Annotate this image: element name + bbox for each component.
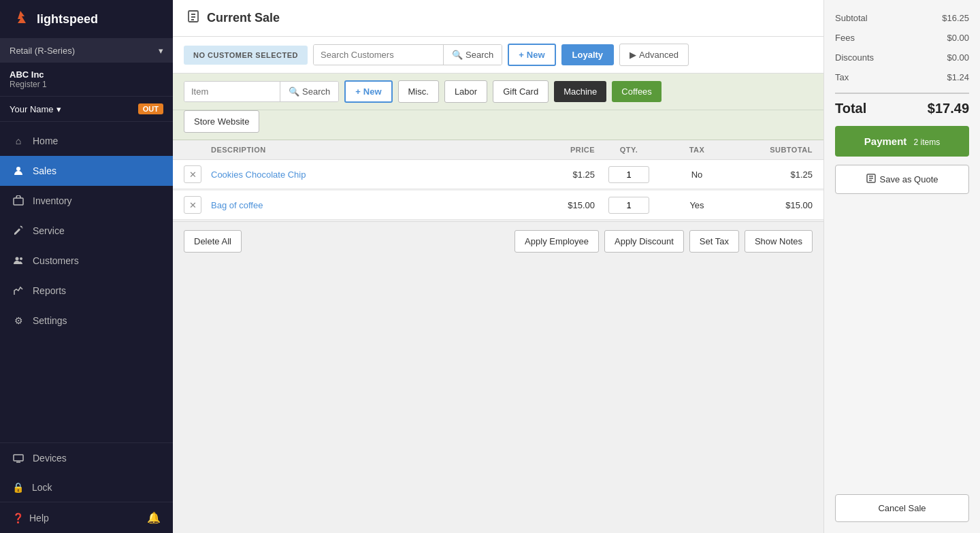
search-icon: 🔍 <box>289 86 299 97</box>
sidebar-item-settings[interactable]: ⚙ Settings <box>0 306 173 336</box>
sidebar-item-service-label: Service <box>33 225 65 236</box>
fees-label: Fees <box>835 33 855 43</box>
user-name[interactable]: Your Name ▾ <box>10 104 61 114</box>
item-search-button[interactable]: 🔍 Search <box>280 82 338 101</box>
customer-search-input[interactable] <box>314 45 443 65</box>
total-label: Total <box>835 101 866 116</box>
table-row: ✕ Cookies Chocolate Chip $1.25 No $1.25 <box>173 160 823 189</box>
misc-button[interactable]: Misc. <box>398 80 439 103</box>
user-arrow-icon: ▾ <box>56 104 61 114</box>
devices-icon <box>12 452 24 464</box>
main-content: Current Sale NO CUSTOMER SELECTED 🔍 Sear… <box>173 0 823 533</box>
page-title: Current Sale <box>207 11 280 25</box>
discounts-row: Discounts $0.00 <box>835 50 969 65</box>
lock-icon: 🔒 <box>12 482 24 493</box>
save-quote-label: Save as Quote <box>880 174 938 184</box>
row-2-description[interactable]: Bag of coffee <box>211 200 263 210</box>
row-1-tax: No <box>663 169 731 180</box>
sidebar-item-customers-label: Customers <box>33 255 79 266</box>
table-row: ✕ Bag of coffee $15.00 Yes $15.00 <box>173 191 823 220</box>
tax-label: Tax <box>835 72 849 82</box>
notification-bell-icon[interactable]: 🔔 <box>147 511 161 524</box>
gift-card-button[interactable]: Gift Card <box>493 80 549 103</box>
payment-label: Payment <box>864 135 907 147</box>
row-2-qty-input[interactable] <box>608 197 649 214</box>
sale-table-header: DESCRIPTION PRICE QTY. TAX SUBTOTAL <box>173 140 823 160</box>
subtotal-header: SUBTOTAL <box>731 146 813 154</box>
sidebar-item-inventory-label: Inventory <box>33 195 72 206</box>
lock-label: Lock <box>32 482 52 493</box>
row-2-subtotal: $15.00 <box>731 200 813 210</box>
customer-toolbar: NO CUSTOMER SELECTED 🔍 Search + New Loya… <box>173 37 823 74</box>
row-1-qty-input[interactable] <box>608 166 649 183</box>
sidebar-item-customers[interactable]: Customers <box>0 246 173 276</box>
cancel-sale-button[interactable]: Cancel Sale <box>835 494 969 522</box>
total-row: Total $17.49 <box>835 93 969 120</box>
svg-rect-5 <box>14 455 23 461</box>
fees-value: $0.00 <box>947 33 969 43</box>
logo-text: lightspeed <box>37 12 98 27</box>
customers-icon <box>12 255 24 267</box>
no-customer-selected[interactable]: NO CUSTOMER SELECTED <box>184 46 308 65</box>
sidebar-item-lock[interactable]: 🔒 Lock <box>0 473 173 502</box>
row-2-tax: Yes <box>663 200 731 210</box>
sidebar: lightspeed Retail (R-Series) ▾ ABC Inc R… <box>0 0 173 533</box>
sidebar-item-devices[interactable]: Devices <box>0 443 173 473</box>
sidebar-item-reports[interactable]: Reports <box>0 276 173 306</box>
store-website-button[interactable]: Store Website <box>184 110 259 133</box>
sidebar-item-service[interactable]: Service <box>0 216 173 246</box>
apply-discount-button[interactable]: Apply Discount <box>604 230 684 253</box>
store-name: Retail (R-Series) <box>10 46 75 56</box>
labor-button[interactable]: Labor <box>444 80 487 103</box>
tax-value: $1.24 <box>947 72 969 82</box>
svg-point-4 <box>20 257 22 260</box>
sidebar-item-sales[interactable]: Sales <box>0 156 173 186</box>
customer-search-button[interactable]: 🔍 Search <box>443 45 502 65</box>
tax-header: TAX <box>663 146 731 154</box>
set-tax-button[interactable]: Set Tax <box>689 230 739 253</box>
save-as-quote-button[interactable]: Save as Quote <box>835 165 969 194</box>
payment-button[interactable]: Payment 2 items <box>835 126 969 157</box>
row-1-description[interactable]: Cookies Chocolate Chip <box>211 169 306 180</box>
store-selector[interactable]: Retail (R-Series) ▾ <box>0 39 173 63</box>
apply-employee-button[interactable]: Apply Employee <box>514 230 599 253</box>
actions-bar: Delete All Apply Employee Apply Discount… <box>173 221 823 261</box>
customer-search-box: 🔍 Search <box>313 44 502 65</box>
home-icon: ⌂ <box>12 135 24 147</box>
user-row: Your Name ▾ OUT <box>0 97 173 122</box>
loyalty-button[interactable]: Loyalty <box>561 44 615 65</box>
company-name: ABC Inc <box>10 69 163 80</box>
delete-row-1-button[interactable]: ✕ <box>184 165 201 183</box>
inventory-icon <box>12 195 24 207</box>
price-header: PRICE <box>513 146 595 154</box>
sidebar-item-settings-label: Settings <box>33 315 67 326</box>
show-notes-button[interactable]: Show Notes <box>745 230 813 253</box>
current-sale-icon <box>186 10 200 27</box>
service-icon <box>12 225 24 237</box>
store-arrow-icon: ▾ <box>159 46 163 56</box>
subtotal-value: $16.25 <box>942 13 969 23</box>
discounts-value: $0.00 <box>947 52 969 63</box>
logo-area[interactable]: lightspeed <box>0 0 173 39</box>
delete-row-2-button[interactable]: ✕ <box>184 196 201 214</box>
reports-icon <box>12 285 24 297</box>
payment-items-count: 2 items <box>914 138 941 147</box>
row-2-price: $15.00 <box>513 200 595 210</box>
sidebar-item-home[interactable]: ⌂ Home <box>0 126 173 156</box>
coffees-button[interactable]: Coffees <box>612 81 662 102</box>
sidebar-item-inventory[interactable]: Inventory <box>0 186 173 216</box>
delete-all-button[interactable]: Delete All <box>184 230 242 253</box>
second-item-row: Store Website <box>173 110 823 140</box>
sidebar-item-help[interactable]: ❓ Help <box>12 513 49 523</box>
svg-point-3 <box>16 257 19 261</box>
sidebar-item-reports-label: Reports <box>33 285 66 296</box>
svg-marker-0 <box>18 11 26 23</box>
item-search-input[interactable] <box>184 82 280 101</box>
machine-button[interactable]: Machine <box>554 81 606 102</box>
register-info: ABC Inc Register 1 <box>0 63 173 97</box>
subtotal-row: Subtotal $16.25 <box>835 11 969 25</box>
help-label: Help <box>29 513 49 523</box>
new-customer-button[interactable]: + New <box>508 44 555 66</box>
new-item-button[interactable]: + New <box>344 80 392 103</box>
advanced-button[interactable]: ▶ Advanced <box>619 44 689 66</box>
